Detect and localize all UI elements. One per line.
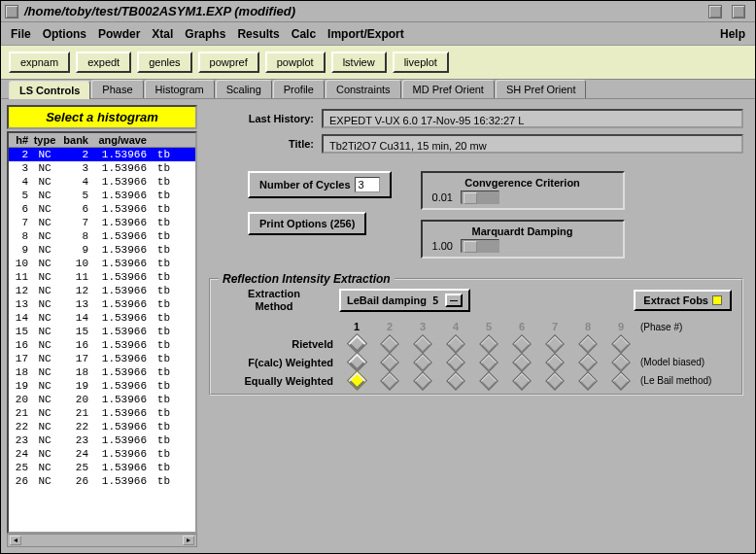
extract-fobs-button[interactable]: Extract Fobs: [634, 290, 732, 311]
histogram-row[interactable]: 15NC151.53966tb: [9, 325, 195, 338]
extraction-radio[interactable]: [409, 356, 436, 369]
menu-powder[interactable]: Powder: [98, 27, 140, 41]
menu-xtal[interactable]: Xtal: [152, 27, 173, 41]
extraction-radio[interactable]: [343, 355, 370, 369]
phase-header: 4: [442, 321, 469, 332]
histogram-list[interactable]: h# type bank ang/wave 2NC21.53966tb3NC31…: [7, 131, 197, 534]
extraction-radio[interactable]: [475, 337, 502, 351]
print-options-button[interactable]: Print Options (256): [248, 212, 366, 235]
window-menu-icon[interactable]: [5, 5, 18, 18]
phase-header: 9: [607, 321, 635, 332]
extraction-radio[interactable]: [574, 356, 601, 369]
histogram-row[interactable]: 11NC111.53966tb: [9, 270, 195, 284]
dropdown-icon: [445, 294, 463, 307]
extraction-radio[interactable]: [442, 374, 469, 388]
tool-genles[interactable]: genles: [137, 52, 191, 73]
menu-graphs[interactable]: Graphs: [185, 27, 225, 41]
histogram-row[interactable]: 17NC171.53966tb: [9, 352, 195, 365]
histogram-row[interactable]: 10NC101.53966tb: [9, 257, 195, 270]
histogram-row[interactable]: 7NC71.53966tb: [9, 216, 195, 229]
tab-sh-pref-orient[interactable]: SH Pref Orient: [496, 80, 587, 98]
tab-profile[interactable]: Profile: [273, 80, 325, 98]
tool-expedt[interactable]: expedt: [76, 52, 131, 73]
last-history-field[interactable]: EXPEDT V-UX 6.0 17-Nov-95 16:32:27 L: [322, 109, 743, 128]
extraction-radio[interactable]: [607, 337, 635, 351]
horizontal-scrollbar[interactable]: ◂ ▸: [7, 534, 197, 547]
histogram-row[interactable]: 14NC141.53966tb: [9, 311, 195, 325]
marquardt-damping-box: Marquardt Damping 1.00: [421, 220, 625, 259]
histogram-row[interactable]: 18NC181.53966tb: [9, 365, 195, 379]
extraction-radio[interactable]: [475, 374, 502, 388]
extraction-radio[interactable]: [376, 337, 403, 351]
extraction-radio[interactable]: [508, 374, 535, 388]
number-of-cycles-input[interactable]: [355, 177, 380, 192]
extraction-radio[interactable]: [442, 337, 469, 351]
histogram-row[interactable]: 5NC51.53966tb: [9, 189, 195, 202]
histogram-row[interactable]: 12NC121.53966tb: [9, 284, 195, 297]
phase-header: 6: [508, 321, 535, 332]
extraction-radio[interactable]: [409, 374, 436, 388]
extraction-radio[interactable]: [343, 373, 370, 388]
extraction-radio[interactable]: [508, 356, 535, 369]
tab-scaling[interactable]: Scaling: [216, 80, 272, 98]
extraction-radio[interactable]: [574, 374, 601, 388]
menu-import-export[interactable]: Import/Export: [327, 27, 404, 41]
histogram-row[interactable]: 9NC91.53966tb: [9, 243, 195, 257]
maximize-icon[interactable]: [732, 5, 745, 18]
tool-lstview[interactable]: lstview: [331, 52, 387, 73]
menu-help[interactable]: Help: [720, 27, 745, 41]
tool-liveplot[interactable]: liveplot: [393, 52, 449, 73]
histogram-row[interactable]: 22NC221.53966tb: [9, 420, 195, 433]
extraction-radio[interactable]: [376, 356, 403, 369]
tab-constraints[interactable]: Constraints: [326, 80, 401, 98]
extraction-radio[interactable]: [607, 356, 635, 369]
window-title: /home/toby/test/TB002ASYM1.EXP (modified…: [24, 4, 708, 18]
histogram-row[interactable]: 2NC21.53966tb: [9, 148, 195, 161]
extraction-radio[interactable]: [376, 374, 403, 388]
histogram-row[interactable]: 13NC131.53966tb: [9, 297, 195, 311]
tab-ls-controls[interactable]: LS Controls: [9, 81, 90, 99]
histogram-row[interactable]: 3NC31.53966tb: [9, 161, 195, 175]
histogram-row[interactable]: 8NC81.53966tb: [9, 229, 195, 243]
histogram-row[interactable]: 25NC251.53966tb: [9, 461, 195, 474]
convergence-slider[interactable]: [461, 190, 499, 204]
extraction-radio[interactable]: [442, 356, 469, 369]
extraction-radio[interactable]: [574, 337, 601, 351]
tool-powplot[interactable]: powplot: [265, 52, 326, 73]
minimize-icon[interactable]: [708, 5, 722, 18]
extraction-radio[interactable]: [409, 337, 436, 351]
tab-histogram[interactable]: Histogram: [145, 80, 215, 98]
histogram-row[interactable]: 21NC211.53966tb: [9, 406, 195, 420]
number-of-cycles-button[interactable]: Number of Cycles: [248, 171, 392, 198]
extraction-radio[interactable]: [508, 337, 535, 351]
tool-expnam[interactable]: expnam: [9, 52, 70, 73]
menu-options[interactable]: Options: [43, 27, 86, 41]
histogram-row[interactable]: 16NC161.53966tb: [9, 338, 195, 352]
menu-calc[interactable]: Calc: [292, 27, 316, 41]
menu-results[interactable]: Results: [237, 27, 279, 41]
scroll-right-icon[interactable]: ▸: [183, 536, 194, 545]
extraction-radio[interactable]: [541, 374, 568, 388]
extraction-radio[interactable]: [541, 356, 568, 369]
title-field[interactable]: Tb2Ti2O7 Cu311, 15 min, 20 mw: [322, 134, 743, 154]
histogram-row[interactable]: 23NC231.53966tb: [9, 433, 195, 447]
tab-phase[interactable]: Phase: [91, 80, 143, 98]
extraction-radio[interactable]: [607, 374, 635, 388]
extraction-radio[interactable]: [343, 336, 370, 351]
reflection-intensity-group: Reflection Intensity Extraction Extracti…: [209, 278, 743, 396]
marquardt-slider[interactable]: [461, 239, 499, 253]
extraction-radio[interactable]: [541, 337, 568, 351]
histogram-row[interactable]: 4NC41.53966tb: [9, 175, 195, 189]
lebail-damping-dropdown[interactable]: LeBail damping 5: [339, 289, 470, 312]
histogram-row[interactable]: 20NC201.53966tb: [9, 393, 195, 406]
tab-md-pref-orient[interactable]: MD Pref Orient: [402, 80, 495, 98]
histogram-row[interactable]: 26NC261.53966tb: [9, 474, 195, 488]
histogram-row[interactable]: 6NC61.53966tb: [9, 202, 195, 216]
histogram-row[interactable]: 19NC191.53966tb: [9, 379, 195, 393]
menu-file[interactable]: File: [11, 27, 31, 41]
extraction-radio[interactable]: [475, 356, 502, 369]
histogram-row[interactable]: 24NC241.53966tb: [9, 447, 195, 461]
scroll-left-icon[interactable]: ◂: [10, 536, 21, 545]
tool-powpref[interactable]: powpref: [198, 52, 259, 73]
extraction-method-label: ExtractionMethod: [221, 288, 327, 313]
